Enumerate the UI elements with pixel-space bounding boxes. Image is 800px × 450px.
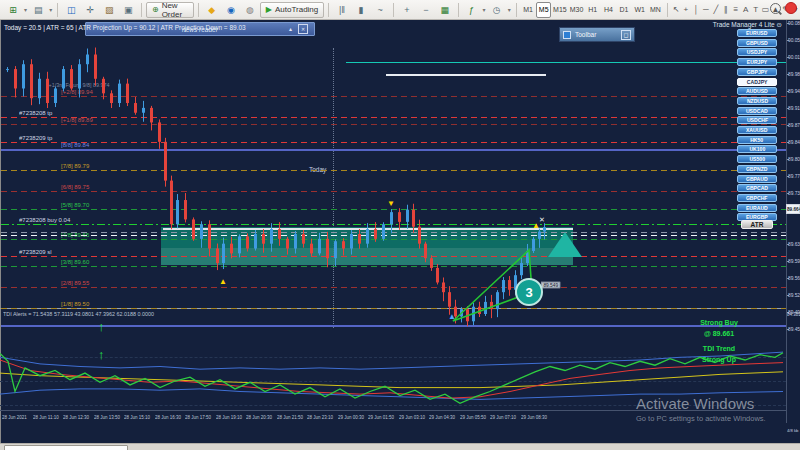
web-icon[interactable]: ◍ [241, 1, 259, 18]
price-label: 90.050 [788, 38, 800, 43]
toolbar-window-icon [563, 31, 571, 39]
timeframe-m15[interactable]: M15 [552, 2, 568, 18]
pair-button-nzdusd[interactable]: NZDUSD [737, 97, 777, 105]
pair-button-gbpchf[interactable]: GBPCHF [737, 194, 777, 202]
pair-button-eurusd[interactable]: EURUSD [737, 29, 777, 37]
pair-button-euraud[interactable]: EURAUD [737, 204, 777, 212]
periods-dropdown[interactable]: ▾ [507, 2, 512, 17]
pair-label: USDJPY [747, 50, 767, 55]
pair-label: GBPCAD [746, 186, 768, 191]
profiles-icon[interactable]: ▤ [29, 1, 47, 18]
pair-button-audusd[interactable]: AUDUSD [737, 87, 777, 95]
price-label: 89.770 [788, 174, 800, 179]
news-collapse-button[interactable]: ▴ [289, 25, 292, 32]
pair-button-gbpusd[interactable]: GBPUSD [737, 39, 777, 47]
pair-label: EURAUD [746, 205, 768, 210]
timeframe-mn[interactable]: MN [648, 2, 663, 18]
toolbar-separator [516, 3, 517, 17]
community-icon[interactable]: ◉ [222, 1, 240, 18]
price-label: 90.085 [788, 21, 800, 26]
channel-tool-icon[interactable]: ∥ [721, 3, 730, 17]
new-chart-icon[interactable]: ⊞ [4, 1, 22, 18]
vertical-line-tool-icon[interactable]: │ [691, 3, 700, 17]
close-cross: ✕ [539, 216, 545, 223]
fibonacci-tool-icon[interactable]: ≡ [731, 3, 740, 17]
pair-button-eurjpy[interactable]: EURJPY [737, 58, 777, 66]
timeframe-w1[interactable]: W1 [632, 2, 647, 18]
timeframe-d1[interactable]: D1 [617, 2, 632, 18]
market-watch-icon[interactable]: ◫ [62, 1, 80, 18]
text-tool-icon[interactable]: A [741, 3, 750, 17]
pair-label: AUDUSD [746, 89, 768, 94]
timeframe-m1[interactable]: M1 [521, 2, 536, 18]
price-label: 89.910 [788, 106, 800, 111]
pair-button-usdjpy[interactable]: USDJPY [737, 48, 777, 56]
pair-label: GBPUSD [746, 40, 768, 45]
pair-label: GBPJPY [747, 69, 768, 74]
candlestick-chart-icon[interactable]: ▮ [352, 1, 370, 18]
new-order-button[interactable]: ⊕New Order [146, 2, 194, 18]
shapes-tool-icon[interactable]: ▭ [761, 3, 770, 17]
timeframe-m5[interactable]: M5 [536, 2, 551, 18]
pair-button-xauusd[interactable]: XAUUSD [737, 126, 777, 134]
trade-markers-layer: ▼▲▲▲✕ [1, 20, 787, 443]
toolbar-separator [393, 3, 394, 17]
notification-icon[interactable] [785, 2, 797, 14]
toolbar-separator [198, 3, 199, 17]
pair-label: EURJPY [747, 60, 767, 65]
cursor-tool-icon[interactable]: ↖ [672, 3, 681, 17]
price-label: 89.560 [788, 276, 800, 281]
periods-icon[interactable]: ◷ [488, 1, 506, 18]
pair-button-gbpjpy[interactable]: GBPJPY [737, 68, 777, 76]
pair-button-gbpcad[interactable]: GBPCAD [737, 184, 777, 192]
pair-button-usdcad[interactable]: USDCAD [737, 107, 777, 115]
pair-button-gbpnzd[interactable]: GBPNZD [737, 165, 777, 173]
news-close-button[interactable]: ✕ [298, 24, 308, 34]
exit-arrow: ▲ [532, 222, 540, 230]
chart-area[interactable]: news reader ▴ ✕ Today = 20.5 | ATR = 65 … [0, 20, 800, 443]
indicators-dropdown[interactable]: ▾ [482, 2, 487, 17]
toolbar-separator [667, 3, 668, 17]
floating-toolbar-window[interactable]: Toolbar ◻ [559, 27, 635, 42]
pair-button-gbpaud[interactable]: GBPAUD [737, 175, 777, 183]
autotrading-button[interactable]: ▶AutoTrading [260, 2, 324, 18]
pair-label: US500 [749, 157, 765, 162]
data-window-icon[interactable]: ✛ [81, 1, 99, 18]
trendline-tool-icon[interactable]: ╱ [711, 3, 720, 17]
pair-button-us500[interactable]: US500 [737, 155, 777, 163]
pair-label: CADJPY [747, 79, 768, 84]
mql5-icon[interactable]: ◆ [203, 1, 221, 18]
timeframe-h4[interactable]: H4 [601, 2, 616, 18]
navigator-icon[interactable]: ▨ [100, 1, 118, 18]
zoom-out-icon[interactable]: − [417, 1, 435, 18]
search-icon[interactable] [770, 3, 781, 14]
trade-manager-title: Trade Manager 4 Lite ⊙ [713, 21, 782, 29]
pair-label: GBPAUD [746, 176, 768, 181]
pair-button-usdchf[interactable]: USDCHF [737, 116, 777, 124]
label-tool-icon[interactable]: T [751, 3, 760, 17]
pair-label: XAUUSD [746, 127, 768, 132]
tile-windows-icon[interactable]: ▦ [436, 1, 454, 18]
crosshair-tool-icon[interactable]: + [681, 3, 690, 17]
timeframe-h1[interactable]: H1 [585, 2, 600, 18]
indicator-info-bar: Today = 20.5 | ATR = 65 | ATR Projection… [4, 24, 246, 31]
bar-chart-icon[interactable]: |‖ [333, 1, 351, 18]
toolbar-dock-button[interactable]: ◻ [621, 30, 631, 40]
pair-button-cadjpy[interactable]: CADJPY [737, 78, 777, 86]
new-chart-dropdown[interactable]: ▾ [23, 2, 28, 17]
pair-button-uk100[interactable]: UK100 [737, 145, 777, 153]
price-label: 90.015 [788, 55, 800, 60]
pair-button-hk50[interactable]: HK50 [737, 136, 777, 144]
indicators-icon[interactable]: ƒ [463, 1, 481, 18]
atr-button[interactable]: ATR [741, 220, 773, 229]
profiles-dropdown[interactable]: ▾ [48, 2, 53, 17]
timeframe-m30[interactable]: M30 [569, 2, 585, 18]
line-chart-icon[interactable]: ~ [371, 1, 389, 18]
zoom-in-icon[interactable]: + [398, 1, 416, 18]
terminal-icon[interactable]: ▣ [119, 1, 137, 18]
new-order-button-icon: ⊕ [152, 5, 159, 14]
horizontal-scrollbar[interactable] [4, 445, 128, 450]
horizontal-line-tool-icon[interactable]: ─ [701, 3, 710, 17]
pair-label: USDCHF [746, 118, 767, 123]
price-label: 89.945 [788, 89, 800, 94]
